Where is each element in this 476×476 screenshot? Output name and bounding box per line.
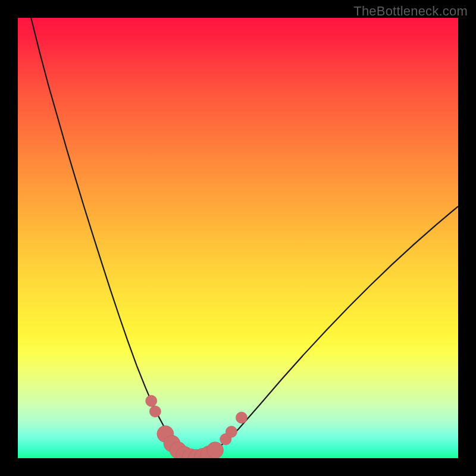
watermark: TheBottleneck.com (353, 4, 468, 19)
curve-marker (236, 412, 247, 423)
curve-markers (146, 395, 248, 458)
chart-frame: TheBottleneck.com (0, 0, 476, 476)
bottleneck-curve (31, 18, 458, 458)
curve-marker (146, 395, 157, 406)
curve-marker (226, 426, 237, 437)
curve-marker (149, 406, 161, 417)
chart-svg (18, 18, 458, 458)
curve-marker (206, 442, 223, 458)
plot-area (18, 18, 458, 458)
